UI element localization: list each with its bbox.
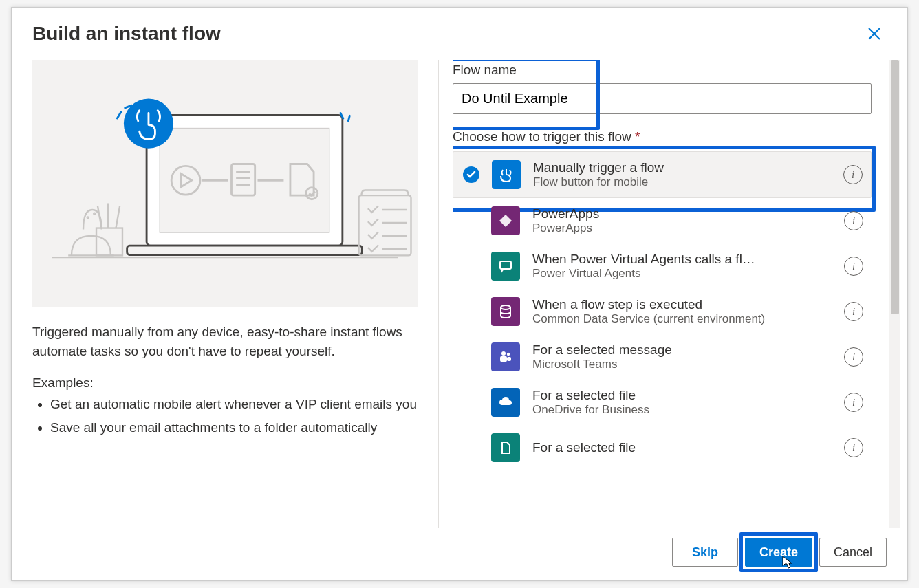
- svg-point-13: [94, 213, 95, 215]
- svg-rect-20: [500, 261, 511, 269]
- svg-line-17: [116, 206, 120, 228]
- radio-empty-icon: [463, 259, 478, 274]
- svg-rect-14: [96, 228, 122, 256]
- trigger-subtitle: OneDrive for Business: [532, 403, 837, 417]
- scrollbar[interactable]: [889, 60, 900, 528]
- create-button[interactable]: Create: [745, 538, 812, 567]
- examples-list: Get an automatic mobile alert whenever a…: [32, 395, 418, 437]
- svg-rect-25: [507, 357, 511, 361]
- flow-name-input[interactable]: [453, 83, 872, 114]
- radio-empty-icon: [463, 349, 478, 364]
- database-icon: [491, 297, 520, 326]
- radio-empty-icon: [463, 440, 478, 455]
- chat-icon: [491, 252, 520, 281]
- dialog: Build an instant flow: [11, 7, 908, 581]
- cancel-button[interactable]: Cancel: [819, 538, 887, 567]
- right-column: Flow name Choose how to trigger this flo…: [453, 60, 900, 528]
- svg-rect-2: [127, 246, 363, 254]
- close-icon: [867, 26, 882, 41]
- trigger-title: When a flow step is executed: [532, 297, 837, 312]
- trigger-title: PowerApps: [532, 206, 837, 221]
- trigger-list: Manually trigger a flow Flow button for …: [453, 151, 872, 465]
- required-asterisk: *: [635, 129, 640, 144]
- example-item: Save all your email attachments to a fol…: [50, 418, 418, 437]
- trigger-item-powerapps[interactable]: PowerApps PowerApps i: [453, 198, 872, 243]
- svg-point-12: [87, 217, 89, 218]
- examples-label: Examples:: [32, 375, 418, 391]
- trigger-item-file[interactable]: For a selected file i: [453, 425, 872, 465]
- touch-icon: [492, 160, 521, 189]
- skip-button[interactable]: Skip: [672, 538, 738, 567]
- illustration: [32, 60, 418, 307]
- svg-rect-24: [500, 356, 507, 362]
- svg-rect-1: [160, 128, 329, 232]
- svg-point-23: [507, 353, 510, 356]
- trigger-subtitle: Microsoft Teams: [532, 358, 837, 371]
- info-button[interactable]: i: [844, 438, 863, 457]
- info-button[interactable]: i: [844, 257, 863, 276]
- dialog-footer: Skip Create Cancel: [12, 528, 907, 580]
- svg-point-21: [501, 305, 510, 309]
- trigger-subtitle: Flow button for mobile: [533, 175, 836, 189]
- trigger-item-cds[interactable]: When a flow step is executed Common Data…: [453, 289, 872, 334]
- flow-name-label: Flow name: [453, 63, 872, 78]
- trigger-item-pva[interactable]: When Power Virtual Agents calls a fl… Po…: [453, 243, 872, 289]
- info-button[interactable]: i: [843, 165, 863, 184]
- trigger-subtitle: Power Virtual Agents: [532, 267, 837, 281]
- dialog-body: Triggered manually from any device, easy…: [12, 53, 907, 528]
- dialog-header: Build an instant flow: [12, 8, 907, 53]
- info-button[interactable]: i: [844, 302, 863, 321]
- trigger-title: For a selected message: [532, 342, 837, 358]
- trigger-title: Manually trigger a flow: [533, 160, 836, 175]
- divider: [438, 60, 439, 528]
- dialog-description: Triggered manually from any device, easy…: [32, 323, 418, 360]
- right-scroll: Flow name Choose how to trigger this flo…: [453, 60, 889, 528]
- left-column: Triggered manually from any device, easy…: [32, 60, 438, 528]
- trigger-title: When Power Virtual Agents calls a fl…: [532, 252, 837, 267]
- radio-checked-icon: [463, 166, 479, 183]
- choose-trigger-label: Choose how to trigger this flow *: [453, 129, 872, 144]
- info-button[interactable]: i: [844, 347, 863, 367]
- trigger-title: For a selected file: [532, 388, 837, 403]
- scrollbar-thumb[interactable]: [891, 60, 899, 314]
- trigger-item-onedrive[interactable]: For a selected file OneDrive for Busines…: [453, 380, 872, 425]
- dialog-title: Build an instant flow: [32, 23, 862, 45]
- close-button[interactable]: [862, 21, 887, 46]
- trigger-subtitle: PowerApps: [532, 221, 837, 235]
- trigger-subtitle: Common Data Service (current environment…: [532, 312, 837, 326]
- cloud-icon: [491, 388, 520, 417]
- info-button[interactable]: i: [844, 393, 863, 412]
- flow-name-field: Flow name: [453, 63, 872, 114]
- trigger-title: For a selected file: [532, 440, 837, 455]
- radio-empty-icon: [463, 213, 478, 228]
- example-item: Get an automatic mobile alert whenever a…: [50, 395, 418, 414]
- file-icon: [491, 433, 520, 462]
- radio-empty-icon: [463, 304, 478, 319]
- info-button[interactable]: i: [844, 211, 863, 230]
- teams-icon: [491, 342, 520, 371]
- radio-empty-icon: [463, 395, 478, 410]
- svg-rect-18: [359, 195, 411, 255]
- trigger-item-teams[interactable]: For a selected message Microsoft Teams i: [453, 334, 872, 380]
- svg-point-22: [501, 351, 506, 356]
- powerapps-icon: [491, 206, 520, 235]
- trigger-item-manual[interactable]: Manually trigger a flow Flow button for …: [453, 151, 872, 198]
